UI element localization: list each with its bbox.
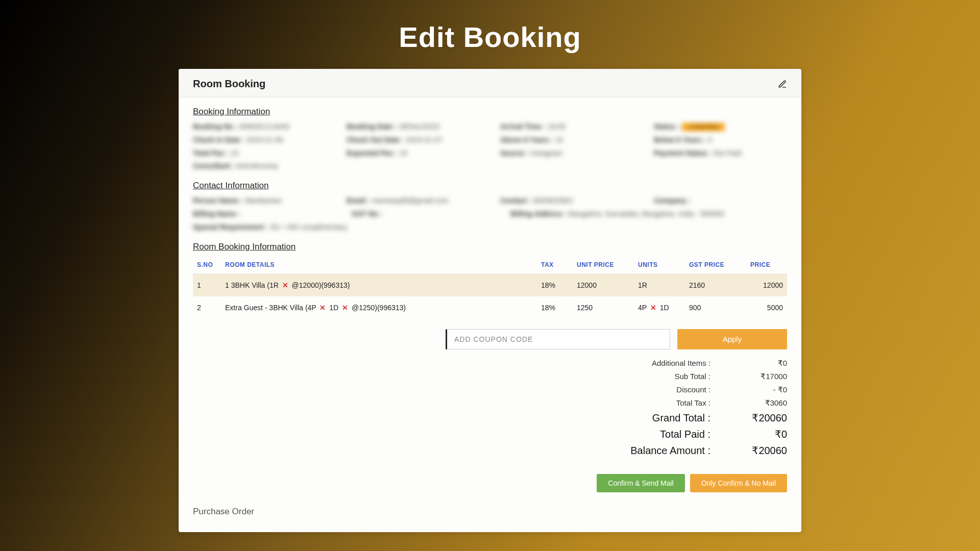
x-icon: ✕	[320, 304, 326, 312]
booking-card: Room Booking Booking Information Booking…	[179, 69, 801, 532]
cell-sno: 1	[193, 273, 221, 296]
x-icon: ✕	[282, 281, 288, 289]
grand-value: ₹20060	[741, 412, 787, 424]
cell-sno: 2	[193, 296, 221, 319]
subtotal-value: ₹17000	[741, 372, 787, 381]
contact-info-block: Person Name : Manikantan Email : manisee…	[193, 195, 787, 233]
card-body: Booking Information Booking No : ARB2812…	[179, 97, 801, 532]
card-header: Room Booking	[179, 69, 801, 97]
balance-value: ₹20060	[741, 444, 787, 457]
th-unit-price: UNIT PRICE	[573, 256, 634, 274]
edit-icon[interactable]	[778, 80, 787, 89]
discount-value: - ₹0	[741, 385, 787, 394]
th-gst-price: GST PRICE	[685, 256, 746, 274]
apply-button[interactable]: Apply	[677, 329, 787, 349]
section-room-info: Room Booking Information	[193, 242, 787, 252]
cell-gst: 900	[685, 296, 746, 319]
cell-price: 5000	[746, 296, 787, 319]
paid-value: ₹0	[741, 428, 787, 440]
cell-units: 1R	[634, 273, 685, 296]
table-row: 1 1 3BHK Villa (1R ✕ @12000)(996313) 18%…	[193, 273, 787, 296]
th-tax: TAX	[537, 256, 573, 274]
room-table: S.NO ROOM DETAILS TAX UNIT PRICE UNITS G…	[193, 256, 787, 319]
section-purchase-order: Purchase Order	[193, 507, 787, 517]
discount-label: Discount :	[619, 385, 710, 394]
section-booking-info: Booking Information	[193, 107, 787, 117]
x-icon: ✕	[650, 304, 656, 312]
card-header-title: Room Booking	[193, 78, 265, 90]
cell-details: Extra Guest - 3BHK Villa (4P ✕ 1D ✕ @125…	[221, 296, 537, 319]
balance-label: Balance Amount :	[619, 445, 710, 457]
additional-value: ₹0	[741, 359, 787, 368]
th-sno: S.NO	[193, 256, 221, 274]
additional-label: Additional Items :	[619, 359, 710, 367]
section-contact-info: Contact Information	[193, 181, 787, 191]
table-row: 2 Extra Guest - 3BHK Villa (4P ✕ 1D ✕ @1…	[193, 296, 787, 319]
tax-label: Total Tax :	[619, 398, 710, 407]
coupon-input[interactable]	[446, 329, 670, 349]
grand-label: Grand Total :	[619, 412, 710, 424]
cell-unit-price: 1250	[573, 296, 634, 319]
cell-price: 12000	[746, 273, 787, 296]
page-title: Edit Booking	[0, 0, 980, 69]
booking-info-block: Booking No : ARB281214045 Booking Date :…	[193, 121, 787, 172]
th-units: UNITS	[634, 256, 685, 274]
x-icon: ✕	[342, 304, 348, 312]
cell-tax: 18%	[537, 296, 573, 319]
cell-unit-price: 12000	[573, 273, 634, 296]
only-confirm-button[interactable]: Only Confirm & No Mail	[690, 474, 787, 492]
th-price: PRICE	[746, 256, 787, 274]
paid-label: Total Paid :	[619, 429, 710, 440]
coupon-row: Apply	[193, 329, 787, 349]
subtotal-label: Sub Total :	[619, 372, 710, 381]
confirm-send-mail-button[interactable]: Confirm & Send Mail	[597, 474, 684, 492]
th-details: ROOM DETAILS	[221, 256, 537, 274]
totals-block: Additional Items :₹0 Sub Total :₹17000 D…	[193, 357, 787, 459]
cell-units: 4P ✕ 1D	[634, 296, 685, 319]
tax-value: ₹3060	[741, 398, 787, 408]
cell-details: 1 3BHK Villa (1R ✕ @12000)(996313)	[221, 273, 537, 296]
action-row: Confirm & Send Mail Only Confirm & No Ma…	[193, 474, 787, 492]
status-badge: CONFIRM	[682, 123, 725, 131]
cell-tax: 18%	[537, 273, 573, 296]
cell-gst: 2160	[685, 273, 746, 296]
